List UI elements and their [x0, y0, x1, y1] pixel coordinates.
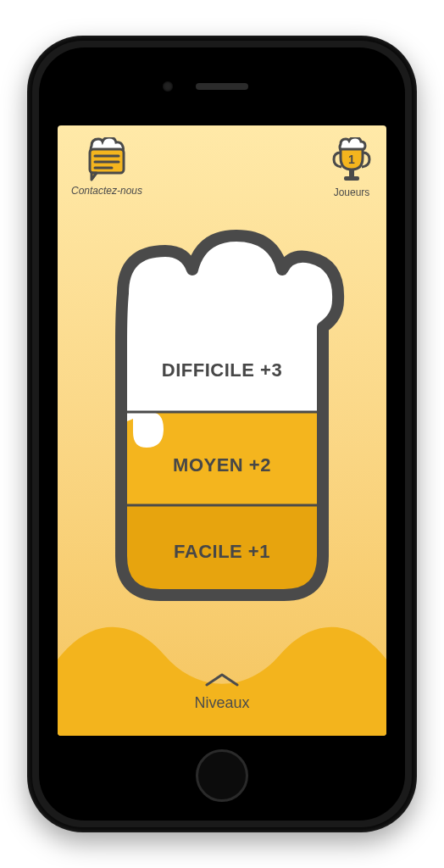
level-medium[interactable]: MOYEN +2	[92, 454, 352, 476]
beer-mug: DIFFICILE +3 MOYEN +2 FACILE +1	[92, 217, 352, 607]
stage: Contactez-nous	[0, 0, 444, 868]
app-screen: Contactez-nous	[58, 125, 386, 736]
header: Contactez-nous	[58, 137, 386, 214]
svg-rect-7	[92, 217, 352, 412]
chevron-up-icon[interactable]	[203, 671, 241, 688]
home-button[interactable]	[196, 749, 248, 802]
phone-inner: Contactez-nous	[32, 41, 412, 827]
contact-label: Contactez-nous	[71, 185, 142, 197]
svg-rect-5	[344, 176, 359, 181]
chat-beer-icon	[83, 137, 130, 181]
level-hard[interactable]: DIFFICILE +3	[92, 359, 352, 381]
players-button[interactable]: 1 Joueurs	[330, 137, 373, 198]
phone-speaker	[196, 83, 248, 90]
players-label: Joueurs	[334, 186, 370, 198]
svg-rect-4	[349, 170, 354, 176]
levels-drawer-label[interactable]: Niveaux	[194, 694, 249, 712]
level-easy[interactable]: FACILE +1	[92, 541, 352, 563]
trophy-beer-icon: 1	[330, 137, 373, 183]
phone-camera	[163, 81, 173, 92]
phone-frame: Contactez-nous	[27, 36, 417, 832]
contact-button[interactable]: Contactez-nous	[71, 137, 142, 197]
svg-text:1: 1	[348, 153, 355, 166]
phone-bezel: Contactez-nous	[39, 47, 405, 821]
